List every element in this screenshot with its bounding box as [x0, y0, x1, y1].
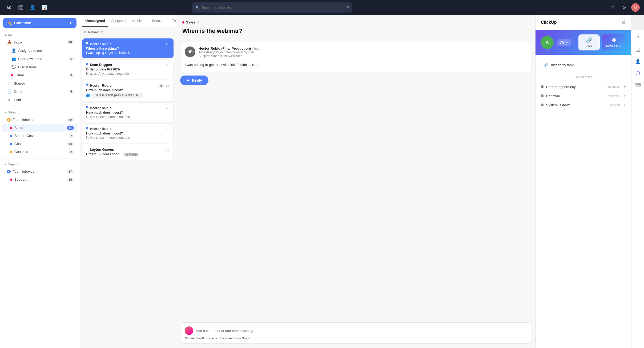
sidebar-item-support-team-inboxes[interactable]: S Team inboxes 17: [2, 168, 78, 175]
person-icon[interactable]: 👤: [28, 3, 37, 12]
sidebar: ✏️ Compose ▼ ▲ Me 📥 Inbox 10 👤 Assigned …: [0, 15, 80, 348]
message-email: <hect...: [252, 46, 263, 50]
settings-icon[interactable]: ⚙: [619, 3, 629, 12]
unread-dot: [86, 84, 88, 86]
team-inboxes-avatar: S: [7, 118, 11, 122]
email-item[interactable]: Hector Rubio 4H When is the webinar? I w…: [82, 38, 174, 58]
shared-cases-dot: [10, 135, 12, 137]
tab-unassigned[interactable]: Unassigned: [82, 15, 108, 27]
email-time: 1D: [166, 84, 170, 87]
svg-text:31: 31: [637, 49, 639, 51]
search-bar[interactable]: 🔍 ≡: [192, 2, 352, 13]
linked-task-item[interactable]: Renewal #2cbyfn5 +: [540, 91, 627, 100]
me-section-header[interactable]: ▲ Me: [0, 31, 80, 37]
user-avatar[interactable]: U: [631, 3, 640, 12]
chart-icon[interactable]: 📊: [39, 3, 49, 12]
sidebar-item-team-inboxes[interactable]: S Team inboxes 42: [2, 116, 78, 124]
sidebar-item-sales[interactable]: Sales 11: [2, 124, 78, 132]
clickup-logo-icon[interactable]: ⬡: [633, 68, 643, 78]
tab-assigned[interactable]: Assigned: [108, 15, 129, 27]
compose-icon: ✏️: [7, 21, 12, 25]
tab-snoozed[interactable]: Snoozed: [149, 15, 169, 27]
task-add-icon[interactable]: +: [623, 84, 626, 89]
shared-badge: 1: [69, 57, 74, 61]
email-sender: Hector Rubio: [90, 84, 112, 88]
calendar-icon-bar[interactable]: 31: [633, 45, 643, 54]
detail-header: Sales ▼ When is the webinar?: [176, 15, 535, 42]
tab-trash[interactable]: Trash: [169, 15, 176, 27]
sidebar-item-discussions[interactable]: 💬 Discussions: [2, 63, 78, 71]
main-content: Unassigned Assigned Archived Snoozed Tra…: [80, 15, 644, 348]
email-sender: Hector Rubio: [90, 127, 112, 131]
comment-input[interactable]: [196, 329, 526, 333]
sidebar-item-drafts[interactable]: 📄 Drafts 5: [2, 88, 78, 96]
sidebar-item-starred[interactable]: ☆ Starred: [2, 79, 78, 87]
sidebar-item-assigned-to-me[interactable]: 👤 Assigned to me: [2, 46, 78, 54]
chat-dot: [10, 143, 12, 145]
email-subject: How much does it cost?: [86, 111, 170, 114]
email-item[interactable]: Hector Rubio 2D How much does it cost? I…: [82, 102, 174, 122]
message-to: To: sales@cloudcontentconsulting.com: [199, 50, 526, 54]
mail-icon[interactable]: ✉: [4, 3, 14, 12]
sidebar-item-chat[interactable]: Chat 14: [2, 140, 78, 148]
email-item[interactable]: Leyton Graves 2D Urgent: Success Stor...…: [82, 144, 174, 160]
calendar-icon[interactable]: 31: [16, 3, 26, 12]
compose-button[interactable]: ✏️ Compose ▼: [3, 18, 77, 28]
sales-section-header[interactable]: ▲ Sales: [0, 109, 80, 114]
cu-name-badge[interactable]: AY ▼: [557, 39, 571, 46]
email-preview: Here is a first pass at a draft. P...: [92, 93, 143, 98]
person-icon-bar[interactable]: 👤: [633, 57, 643, 66]
reply-count: 5: [158, 84, 164, 88]
sidebar-item-support[interactable]: Support 15: [2, 176, 78, 183]
compose-arrow-icon: ▼: [69, 21, 72, 25]
sales-badge-row[interactable]: Sales ▼: [182, 20, 529, 24]
close-button[interactable]: ✕: [621, 19, 626, 26]
gmail-badge: 9: [69, 73, 74, 77]
task-add-icon[interactable]: +: [623, 93, 626, 98]
task-id: #1q2mq58: [606, 85, 620, 88]
divider: [63, 5, 63, 10]
linked-tasks-label: Linked tasks: [540, 75, 627, 79]
email-subject: Order update 677307A: [86, 68, 170, 71]
sidebar-item-contacts[interactable]: Contacts 2: [2, 148, 78, 156]
sidebar-item-sent[interactable]: ➤ Sent: [2, 96, 78, 104]
message-body: I was hoping to get the invite link if I…: [185, 62, 526, 68]
linked-task-item[interactable]: System is down #2jvukff +: [540, 100, 627, 109]
tab-archived[interactable]: Archived: [129, 15, 149, 27]
linked-task-item[interactable]: Partner opportunity #1q2mq58 +: [540, 82, 627, 91]
link-button[interactable]: 🔗 LINK: [578, 34, 600, 50]
sort-row[interactable]: ⇅ Newest ▼: [80, 27, 176, 37]
help-icon[interactable]: ?: [608, 3, 617, 12]
comment-note: Comment will be visible to teammates in …: [185, 337, 526, 340]
support-section: S Team inboxes 17 Support 15: [0, 166, 80, 185]
sidebar-item-inbox[interactable]: 📥 Inbox 10: [2, 38, 78, 46]
keyboard-icon-bar[interactable]: ⌨: [633, 80, 643, 90]
attach-to-task-button[interactable]: 🔗 Attach to task: [540, 59, 627, 71]
message-subject: Subject: When is the webinar?: [199, 54, 526, 58]
task-color-dot: [541, 85, 544, 88]
email-preview: I was hoping to get the invite li...: [86, 51, 170, 55]
email-preview: Hi guys, Any updates regardin...: [86, 72, 170, 76]
sales-chevron-icon: ▼: [197, 21, 199, 24]
more-icon[interactable]: ⋮: [51, 3, 61, 12]
email-detail-panel: Sales ▼ When is the webinar? HR Hector R…: [176, 15, 535, 348]
email-item[interactable]: Sean Duggan 1D Order update 677307A Hi g…: [82, 59, 174, 79]
task-add-icon[interactable]: +: [623, 102, 626, 107]
task-name: Renewal: [546, 94, 605, 98]
email-sender: Hector Rubio: [90, 42, 112, 46]
sidebar-item-shared-with-me[interactable]: 👥 Shared with me 1: [2, 55, 78, 63]
unread-dot: [86, 106, 88, 108]
compose-label: Compose: [14, 21, 31, 25]
email-item[interactable]: Hector Rubio 2D How much does it cost? I…: [82, 123, 174, 143]
support-section-header[interactable]: ▲ Support: [0, 160, 80, 166]
email-item[interactable]: Hector Rubio 5 1D How much does it cost?…: [82, 80, 174, 101]
divider-1: [0, 107, 80, 107]
help-icon-bar[interactable]: ?: [633, 33, 643, 43]
filter-icon[interactable]: ≡: [346, 5, 349, 10]
new-task-button[interactable]: ✚ NEW TASK: [602, 34, 626, 50]
sidebar-item-shared-cases[interactable]: Shared Cases 7: [2, 132, 78, 140]
sidebar-item-gmail[interactable]: Gmail 9: [2, 71, 78, 79]
reply-button[interactable]: ↩ Reply: [180, 76, 208, 85]
me-section: 📥 Inbox 10 👤 Assigned to me 👥 Shared wit…: [0, 37, 80, 105]
search-input[interactable]: [202, 5, 344, 10]
